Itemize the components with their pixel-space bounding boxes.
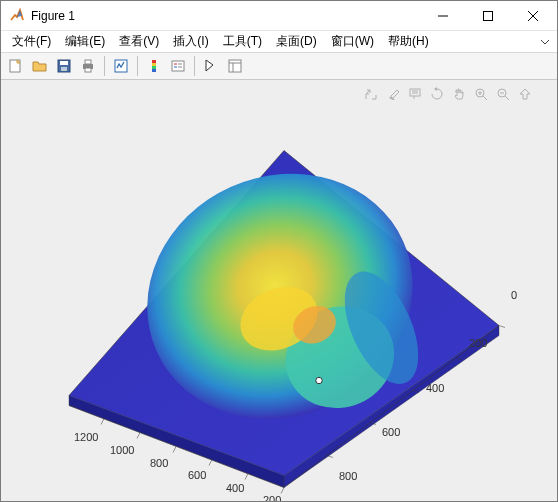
svg-rect-21	[229, 60, 241, 72]
x-tick-label: 600	[188, 469, 206, 481]
x-tick-label: 1200	[74, 431, 98, 443]
svg-rect-10	[85, 68, 91, 72]
svg-rect-7	[61, 67, 67, 71]
svg-line-45	[209, 460, 212, 466]
toolbar-separator	[104, 56, 105, 76]
svg-rect-1	[483, 11, 492, 20]
x-tick-label: 200	[263, 494, 281, 502]
menu-file[interactable]: 文件(F)	[5, 31, 58, 52]
menu-bar: 文件(F) 编辑(E) 查看(V) 插入(I) 工具(T) 桌面(D) 窗口(W…	[1, 31, 557, 53]
menu-insert[interactable]: 插入(I)	[166, 31, 215, 52]
close-button[interactable]	[510, 1, 555, 30]
x-tick-label: 400	[226, 482, 244, 494]
minimize-button[interactable]	[420, 1, 465, 30]
svg-line-47	[281, 488, 284, 494]
y-tick-label: 400	[426, 382, 444, 394]
y-tick-label: 0	[511, 289, 517, 301]
x-tick-label: 1000	[110, 444, 134, 456]
svg-line-42	[101, 419, 104, 425]
svg-line-49	[499, 326, 505, 328]
open-button[interactable]	[29, 55, 51, 77]
toolbar-separator	[137, 56, 138, 76]
y-tick-label: 600	[382, 426, 400, 438]
svg-point-40	[316, 377, 322, 383]
new-figure-button[interactable]	[5, 55, 27, 77]
toolbar	[1, 53, 557, 80]
save-button[interactable]	[53, 55, 75, 77]
svg-rect-9	[85, 60, 91, 64]
svg-rect-15	[152, 69, 156, 72]
link-plot-button[interactable]	[110, 55, 132, 77]
print-button[interactable]	[77, 55, 99, 77]
svg-rect-12	[152, 60, 156, 63]
menu-view[interactable]: 查看(V)	[112, 31, 166, 52]
edit-plot-button[interactable]	[200, 55, 222, 77]
menu-help[interactable]: 帮助(H)	[381, 31, 436, 52]
svg-line-46	[245, 474, 248, 480]
y-tick-label: 200	[469, 337, 487, 349]
surface-plane	[69, 132, 499, 488]
svg-rect-16	[172, 61, 184, 71]
svg-line-44	[173, 447, 176, 453]
insert-colorbar-button[interactable]	[143, 55, 165, 77]
window-title: Figure 1	[31, 9, 420, 23]
axes-3d[interactable]: 1200 1000 800 600 400 200 0 200 400 600 …	[19, 94, 539, 497]
svg-line-43	[137, 433, 140, 439]
matlab-logo-icon	[9, 8, 25, 24]
svg-rect-6	[60, 61, 68, 65]
menu-edit[interactable]: 编辑(E)	[58, 31, 112, 52]
menu-window[interactable]: 窗口(W)	[324, 31, 381, 52]
maximize-button[interactable]	[465, 1, 510, 30]
menu-overflow-icon[interactable]	[537, 31, 553, 53]
x-tick-label: 800	[150, 457, 168, 469]
svg-rect-13	[152, 63, 156, 66]
insert-legend-button[interactable]	[167, 55, 189, 77]
toolbar-separator	[194, 56, 195, 76]
y-tick-label: 800	[339, 470, 357, 482]
menu-desktop[interactable]: 桌面(D)	[269, 31, 324, 52]
svg-rect-14	[152, 66, 156, 69]
open-property-inspector-button[interactable]	[224, 55, 246, 77]
title-bar: Figure 1	[1, 1, 557, 31]
menu-tools[interactable]: 工具(T)	[216, 31, 269, 52]
figure-area: 1200 1000 800 600 400 200 0 200 400 600 …	[1, 80, 557, 502]
